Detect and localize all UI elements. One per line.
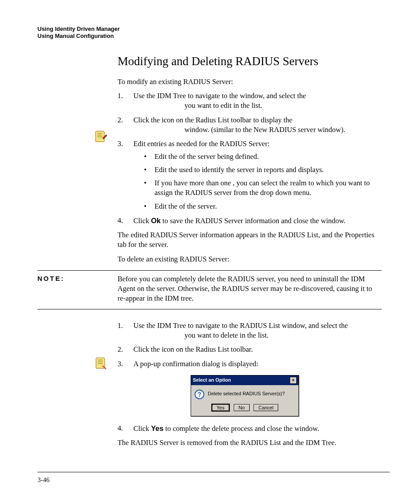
page: Using Identity Driven Manager Using Manu… <box>37 26 390 452</box>
text: Click the icon on the Radius List toolba… <box>133 345 253 353</box>
close-icon[interactable]: × <box>290 377 297 384</box>
text: Use the IDM Tree to navigate to the RADI… <box>133 321 382 341</box>
dialog-title: Select an Option <box>193 377 231 383</box>
delete-step-1: 1. Use the IDM Tree to navigate to the R… <box>118 321 382 341</box>
running-head: Using Identity Driven Manager Using Manu… <box>37 26 390 40</box>
modify-steps: 1. Use the IDM Tree to navigate to the w… <box>118 91 382 226</box>
page-number: 3-46 <box>37 476 50 484</box>
delete-step-4: 4. Click Yes to complete the delete proc… <box>118 423 382 434</box>
dialog-buttons: Yes No Cancel <box>191 402 298 416</box>
note-block: NOTE: Before you can completely delete t… <box>37 270 382 309</box>
confirm-dialog: Select an Option × ? Delete selected RAD… <box>191 375 299 416</box>
running-head-line1: Using Identity Driven Manager <box>37 26 390 33</box>
edit-bullets: Edit the of the server being defined. Ed… <box>133 152 382 211</box>
cancel-button[interactable]: Cancel <box>254 404 278 411</box>
no-button[interactable]: No <box>234 404 250 411</box>
modify-step-4: 4. Click Ok to save the RADIUS Server in… <box>118 216 382 226</box>
dialog-message: Delete selected RADIUS Server(s)? <box>208 390 295 397</box>
text: Click Ok to save the RADIUS Server infor… <box>133 217 346 225</box>
modify-step-1: 1. Use the IDM Tree to navigate to the w… <box>118 91 382 111</box>
text: Use the IDM Tree to navigate to the wind… <box>133 92 382 111</box>
delete-intro: To delete an existing RADIUS Server: <box>118 254 382 264</box>
question-icon: ? <box>195 390 204 399</box>
text: Click Yes to complete the delete process… <box>133 424 319 433</box>
bullet-4: Edit the of the server. <box>144 202 382 211</box>
text: Edit entries as needed for the RADIUS Se… <box>133 140 269 148</box>
modify-after: The edited RADIUS Server information app… <box>118 230 382 250</box>
modify-step-2: 2. Click the icon on the Radius List too… <box>118 115 382 135</box>
yes-button[interactable]: Yes <box>211 404 230 412</box>
bullet-3: If you have more than one , you can sele… <box>144 178 382 198</box>
modify-step-3: 3. Edit entries as needed for the RADIUS… <box>118 139 382 211</box>
delete-radius-icon <box>95 357 107 369</box>
svg-rect-0 <box>96 131 104 142</box>
edit-radius-icon <box>95 130 107 143</box>
main-content: Modifying and Deleting RADIUS Servers To… <box>118 53 382 448</box>
delete-step-2: 2. Click the icon on the Radius List too… <box>118 345 382 354</box>
delete-steps: 1. Use the IDM Tree to navigate to the R… <box>118 321 382 434</box>
note-label: NOTE: <box>37 274 118 283</box>
modify-intro: To modify an existing RADIUS Server: <box>118 77 382 87</box>
bullet-2: Edit the used to identify the server in … <box>144 165 382 175</box>
bullet-1: Edit the of the server being defined. <box>144 152 382 162</box>
svg-text:?: ? <box>198 391 202 398</box>
dialog-body: ? Delete selected RADIUS Server(s)? <box>191 385 298 402</box>
delete-step-3: 3. A pop-up confirmation dialog is displ… <box>118 359 382 416</box>
text: A pop-up confirmation dialog is displaye… <box>133 360 258 368</box>
footer-rule <box>37 472 390 472</box>
dialog-titlebar: Select an Option × <box>191 375 298 385</box>
text: Click the icon on the Radius List toolba… <box>133 116 382 135</box>
note-body: Before you can completely delete the RAD… <box>118 274 382 304</box>
running-head-line2: Using Manual Configuration <box>37 33 390 40</box>
delete-after: The RADIUS Server is removed from the RA… <box>118 438 382 448</box>
section-title: Modifying and Deleting RADIUS Servers <box>118 53 382 69</box>
confirm-dialog-figure: Select an Option × ? Delete selected RAD… <box>191 375 382 416</box>
